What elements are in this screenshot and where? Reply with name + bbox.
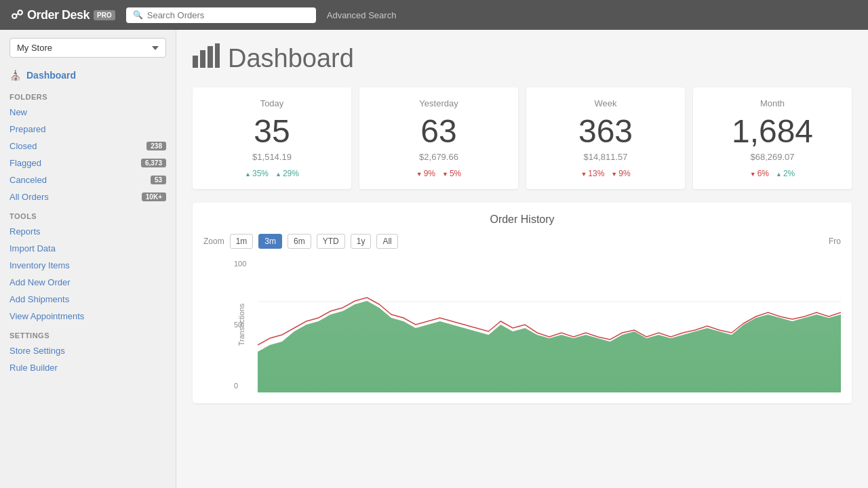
zoom-label: Zoom xyxy=(203,237,224,246)
y-label-100: 100 xyxy=(234,260,246,268)
folders-section-header: FOLDERS xyxy=(0,86,176,104)
sidebar-item-reports[interactable]: Reports xyxy=(0,223,176,240)
dashboard-label: Dashboard xyxy=(26,70,76,81)
sidebar-item-rule-builder[interactable]: Rule Builder xyxy=(0,359,176,376)
sidebar-item-add-shipments[interactable]: Add Shipments xyxy=(0,291,176,308)
sidebar-item-prepared[interactable]: Prepared xyxy=(0,121,176,138)
store-selector-wrapper: My Store xyxy=(0,30,176,64)
zoom-6m[interactable]: 6m xyxy=(288,234,311,249)
zoom-3m[interactable]: 3m xyxy=(258,234,282,249)
change-yesterday-1: 9% xyxy=(416,169,435,178)
settings-section-header: SETTINGS xyxy=(0,325,176,342)
closed-badge: 238 xyxy=(146,142,166,150)
change-yesterday-2: 5% xyxy=(442,169,461,178)
chart-svg xyxy=(258,257,841,392)
sidebar-item-dashboard[interactable]: ⛪ Dashboard xyxy=(0,64,176,86)
sidebar-item-store-settings[interactable]: Store Settings xyxy=(0,342,176,359)
tools-section-header: TOOLS xyxy=(0,205,176,223)
zoom-1y[interactable]: 1y xyxy=(351,234,372,249)
sidebar-item-closed[interactable]: Closed 238 xyxy=(0,138,176,155)
sidebar-item-import-data[interactable]: Import Data xyxy=(0,240,176,257)
pro-badge: PRO xyxy=(94,10,115,20)
chart-wrapper: Transactions 100 50 0 xyxy=(231,257,841,392)
zoom-all[interactable]: All xyxy=(376,234,397,249)
sidebar-item-flagged-label: Flagged xyxy=(9,158,41,168)
stat-card-month: Month 1,684 $68,269.07 6% 2% xyxy=(693,87,852,189)
y-label-50: 50 xyxy=(234,321,246,329)
sidebar-item-add-order[interactable]: Add New Order xyxy=(0,274,176,291)
inventory-label: Inventory Items xyxy=(9,260,70,270)
canceled-badge: 53 xyxy=(151,176,166,184)
zoom-1m[interactable]: 1m xyxy=(230,234,254,249)
page-header: Dashboard xyxy=(193,43,852,74)
stat-changes-week: 13% 9% xyxy=(537,169,674,178)
add-order-label: Add New Order xyxy=(9,277,71,287)
sidebar-item-flagged[interactable]: Flagged 6,373 xyxy=(0,155,176,171)
add-shipments-label: Add Shipments xyxy=(9,294,69,304)
flagged-badge: 6,373 xyxy=(141,159,166,167)
dashboard-icon: ⛪ xyxy=(9,70,21,81)
store-selector[interactable]: My Store xyxy=(9,38,166,58)
sidebar-item-all-orders-label: All Orders xyxy=(9,192,49,202)
sidebar-item-prepared-label: Prepared xyxy=(9,124,45,134)
change-month-1: 6% xyxy=(750,169,769,178)
stat-amount-week: $14,811.57 xyxy=(537,152,674,162)
stat-amount-today: $1,514.19 xyxy=(203,152,340,162)
stat-number-month: 1,684 xyxy=(704,115,841,148)
stat-changes-month: 6% 2% xyxy=(704,169,841,178)
svg-rect-3 xyxy=(215,43,220,68)
appointments-label: View Appointments xyxy=(9,311,84,321)
y-axis-labels: 100 50 0 xyxy=(234,257,246,392)
sidebar-item-new-label: New xyxy=(9,107,27,117)
svg-rect-0 xyxy=(193,56,198,68)
change-month-2: 2% xyxy=(776,169,795,178)
stat-amount-month: $68,269.07 xyxy=(704,152,841,162)
stat-card-yesterday: Yesterday 63 $2,679.66 9% 5% xyxy=(359,87,518,189)
stat-period-month: Month xyxy=(704,98,841,108)
stat-amount-yesterday: $2,679.66 xyxy=(370,152,507,162)
stat-card-today: Today 35 $1,514.19 35% 29% xyxy=(193,87,351,189)
chart-section: Order History Zoom 1m 3m 6m YTD 1y All F… xyxy=(193,203,852,403)
sidebar-item-canceled[interactable]: Canceled 53 xyxy=(0,171,176,188)
sidebar-item-appointments[interactable]: View Appointments xyxy=(0,308,176,325)
stat-number-yesterday: 63 xyxy=(370,115,507,148)
sidebar-item-new[interactable]: New xyxy=(0,104,176,121)
advanced-search-link[interactable]: Advanced Search xyxy=(327,10,397,20)
reports-label: Reports xyxy=(9,226,41,237)
y-label-0: 0 xyxy=(234,382,246,390)
sidebar-item-inventory[interactable]: Inventory Items xyxy=(0,257,176,274)
logo-icon: ☍ xyxy=(11,7,23,22)
change-week-1: 13% xyxy=(580,169,604,178)
stats-row: Today 35 $1,514.19 35% 29% Yesterday 63 … xyxy=(193,87,852,189)
all-orders-badge: 10K+ xyxy=(142,192,166,201)
zoom-ytd[interactable]: YTD xyxy=(317,234,345,249)
stat-number-week: 363 xyxy=(537,115,674,148)
stat-number-today: 35 xyxy=(203,115,340,148)
stat-changes-yesterday: 9% 5% xyxy=(370,169,507,178)
change-today-2: 29% xyxy=(275,169,299,178)
svg-rect-2 xyxy=(208,46,213,68)
chart-controls: Zoom 1m 3m 6m YTD 1y All Fro xyxy=(203,234,841,249)
page-title: Dashboard xyxy=(228,44,354,73)
import-data-label: Import Data xyxy=(9,243,56,253)
chart-green-area xyxy=(258,301,841,392)
svg-rect-1 xyxy=(200,50,205,68)
logo-text: Order Desk xyxy=(27,8,90,22)
from-label: Fro xyxy=(829,237,841,246)
search-icon: 🔍 xyxy=(133,10,143,20)
dashboard-page-icon xyxy=(193,43,220,74)
stat-period-week: Week xyxy=(537,98,674,108)
change-today-1: 35% xyxy=(245,169,269,178)
stat-changes-today: 35% 29% xyxy=(203,169,340,178)
main-content: Dashboard Today 35 $1,514.19 35% 29% Yes… xyxy=(176,30,868,488)
sidebar-item-all-orders[interactable]: All Orders 10K+ xyxy=(0,188,176,205)
search-container: 🔍 xyxy=(126,7,316,23)
sidebar-item-canceled-label: Canceled xyxy=(9,175,47,185)
rule-builder-label: Rule Builder xyxy=(9,363,58,373)
stat-period-yesterday: Yesterday xyxy=(370,98,507,108)
search-input[interactable] xyxy=(147,10,309,20)
change-week-2: 9% xyxy=(611,169,630,178)
stat-period-today: Today xyxy=(203,98,340,108)
stat-card-week: Week 363 $14,811.57 13% 9% xyxy=(526,87,685,189)
sidebar: My Store ⛪ Dashboard FOLDERS New Prepare… xyxy=(0,30,176,488)
